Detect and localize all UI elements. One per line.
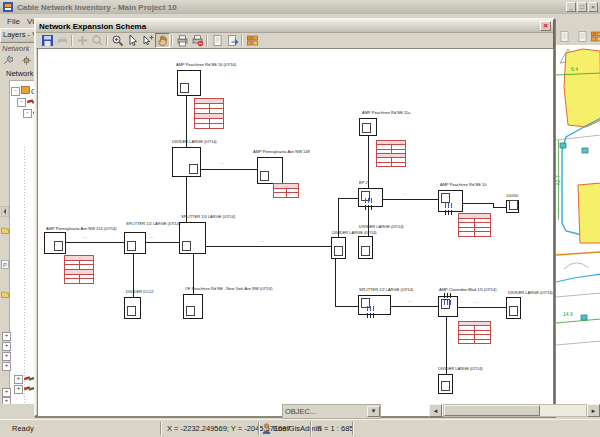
signal-table-cell: · — [79, 279, 94, 283]
layers-tree — [9, 80, 34, 404]
scroll-right-icon[interactable]: ► — [587, 404, 600, 417]
schema-node-label: DIVIDER LARGE (07/14) — [172, 139, 261, 148]
docked-folder-icon[interactable] — [1, 226, 9, 236]
toolbar-separator — [71, 35, 73, 46]
app-icon — [3, 2, 13, 12]
settings-icon[interactable] — [590, 30, 600, 43]
layers-panel-caption[interactable]: Layers - V — [0, 28, 34, 43]
close-icon[interactable]: × — [540, 21, 551, 31]
schema-node[interactable] — [359, 118, 377, 136]
svg-text:6.4: 6.4 — [571, 66, 578, 72]
tree-expander-icon[interactable]: + — [2, 352, 11, 361]
edge-label: ···· — [408, 300, 419, 309]
schema-node-label: AMP Peachtree Rd NE 16 (07/14) — [176, 62, 296, 71]
print-disabled-icon[interactable] — [56, 34, 69, 47]
edge-label: ···· — [474, 301, 485, 310]
dialog-titlebar[interactable]: Network Expansion Schema × — [36, 20, 553, 33]
add-node-icon[interactable] — [76, 34, 89, 47]
schema-node[interactable] — [172, 147, 201, 177]
signal-level-table: ·············· — [376, 140, 406, 167]
tree-expander-icon[interactable]: + — [2, 332, 11, 341]
minimize-icon[interactable]: _ — [566, 2, 576, 12]
tree-expander-icon[interactable]: + — [14, 385, 23, 394]
schema-node[interactable] — [177, 70, 201, 96]
node-symbol — [334, 246, 343, 256]
tree-item[interactable]: + — [14, 384, 34, 394]
docked-page-icon[interactable]: P — [1, 260, 9, 271]
save-icon[interactable] — [41, 34, 54, 47]
user-icon — [262, 423, 271, 436]
orange-box-icon — [21, 86, 30, 96]
panel-network-icon[interactable] — [21, 55, 32, 68]
schema-node[interactable] — [438, 296, 458, 317]
tree-expander-icon[interactable]: + — [2, 388, 11, 397]
close-icon[interactable]: × — [588, 2, 598, 12]
export-report-icon[interactable] — [226, 34, 239, 47]
scrollbar-thumb[interactable] — [444, 405, 540, 416]
schema-node[interactable] — [257, 157, 283, 184]
tree-expander-icon[interactable]: + — [2, 342, 11, 351]
panel-tool-icon[interactable] — [2, 55, 13, 68]
scroll-left-mini-icon[interactable] — [1, 206, 9, 219]
schema-node[interactable] — [358, 188, 383, 207]
horizontal-scrollbar[interactable] — [443, 404, 587, 417]
schema-node[interactable] — [438, 374, 453, 394]
signal-table-cell: · — [474, 340, 490, 343]
tree-item[interactable]: - — [23, 108, 34, 118]
tree-item[interactable]: - — [17, 97, 34, 107]
schema-node[interactable] — [124, 297, 141, 319]
tree-expander-icon[interactable]: - — [17, 98, 26, 107]
export-page-icon[interactable] — [576, 30, 589, 43]
tree-expander-icon[interactable]: - — [23, 109, 32, 118]
schema-node[interactable] — [124, 232, 146, 254]
schema-node[interactable] — [438, 190, 463, 212]
network-panel-title: Network — [2, 44, 30, 53]
node-symbol — [186, 306, 195, 316]
chevron-down-icon[interactable]: ▼ — [367, 406, 380, 417]
settings-icon[interactable] — [246, 34, 259, 47]
tree-expander-icon[interactable]: + — [2, 362, 11, 371]
zoom-window-icon[interactable] — [91, 34, 104, 47]
object-combo[interactable]: OBJEC... ▼ — [282, 404, 381, 419]
maximize-icon[interactable]: □ — [577, 2, 587, 12]
schema-node[interactable] — [358, 295, 391, 315]
tree-item[interactable]: -OF — [11, 86, 34, 96]
schema-node[interactable] — [506, 297, 521, 319]
status-scale: S = 1 : 685 — [317, 424, 354, 433]
edge-label: ···· — [403, 193, 414, 202]
zoom-in-icon[interactable] — [111, 34, 124, 47]
scroll-left-icon[interactable]: ◄ — [429, 404, 442, 417]
print-export-icon[interactable] — [191, 34, 204, 47]
tree-expander-icon[interactable]: + — [2, 397, 11, 404]
menu-file[interactable]: File — [7, 17, 20, 26]
schema-node-label: AMP Peachtree Rd NE 11a — [362, 110, 459, 119]
tree-item[interactable]: + — [14, 374, 34, 384]
node-pins — [445, 208, 454, 217]
edge-label: ···· — [220, 162, 231, 171]
schema-node[interactable] — [183, 294, 203, 319]
map-view[interactable]: 6.4 52.7 14.9 — [555, 45, 600, 404]
svg-text:14.9: 14.9 — [563, 311, 573, 317]
node-symbol — [361, 246, 370, 256]
schema-canvas[interactable]: AMP Peachtree Rd NE 16 (07/14)DIVIDER LA… — [37, 48, 554, 417]
pan-hand-icon[interactable] — [155, 33, 170, 48]
schema-node-label: OF Peachtree Rd NE - New York Ave NW (07… — [185, 286, 360, 295]
zoom-select-icon[interactable] — [141, 34, 154, 47]
signal-level-table: ··········· — [458, 321, 491, 344]
network-tab-label[interactable]: Network — [6, 69, 34, 78]
docked-folder2-icon[interactable] — [1, 290, 9, 300]
select-cursor-icon[interactable] — [126, 34, 139, 47]
schema-node[interactable] — [331, 237, 346, 259]
schema-node[interactable] — [358, 236, 373, 259]
schema-dialog: Network Expansion Schema × AMP Peachtree… — [34, 18, 555, 417]
print-icon[interactable] — [176, 34, 189, 47]
status-user: EnerGisAdmin — [273, 424, 321, 433]
tree-expander-icon[interactable]: - — [11, 87, 20, 96]
schema-node[interactable] — [44, 232, 66, 254]
export-page-icon[interactable] — [211, 34, 224, 47]
schema-node-label: DIVIDER LARGE (07/14) — [359, 224, 448, 233]
tree-expander-icon[interactable]: + — [14, 375, 23, 384]
signal-table-cell: · — [286, 193, 299, 197]
export-page-icon[interactable] — [558, 30, 571, 43]
node-symbol — [54, 241, 63, 251]
